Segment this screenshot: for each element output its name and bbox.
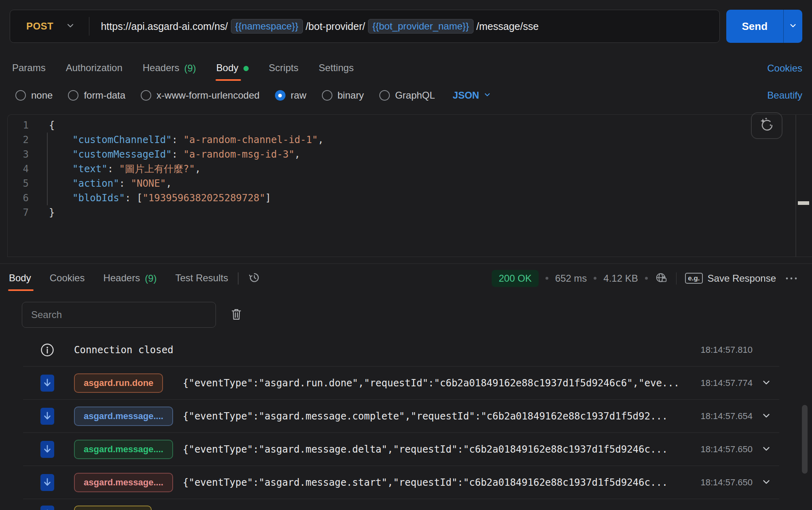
radio-label: form-data xyxy=(84,90,125,101)
response-tab-test-results[interactable]: Test Results xyxy=(175,272,228,285)
token-punct: { xyxy=(49,120,55,131)
meta-separator-dot xyxy=(594,277,596,280)
event-direction-icon xyxy=(40,441,54,458)
line-number: 1 xyxy=(8,118,29,133)
code-line[interactable]: 4"text": "圖片上有什麼?", xyxy=(8,162,788,176)
request-body-editor[interactable]: 1{2"customChannelId": "a-random-channel-… xyxy=(7,114,812,257)
token-key: "customMessageId" xyxy=(72,149,172,160)
tab-count: (9) xyxy=(184,63,196,74)
response-time[interactable]: 652 ms xyxy=(555,273,587,284)
clear-events-button[interactable] xyxy=(231,308,242,322)
code-line[interactable]: 7} xyxy=(8,205,788,220)
send-button[interactable]: Send xyxy=(726,10,802,43)
tab-count: (9) xyxy=(145,273,156,284)
radio-icon xyxy=(322,90,332,101)
download-arrow-icon xyxy=(40,506,54,510)
token-punct: } xyxy=(49,207,55,218)
event-direction-icon xyxy=(40,375,54,392)
api-client-window: POST https://api.asgard-ai.com/ns/{{name… xyxy=(0,0,812,510)
tab-label: Body xyxy=(9,272,31,285)
token-punct: : xyxy=(125,192,137,204)
response-history-button[interactable] xyxy=(248,272,260,285)
network-info-button[interactable] xyxy=(655,271,668,286)
response-tabs: BodyCookiesHeaders(9)Test Results xyxy=(9,272,228,285)
tab-label: Headers xyxy=(103,272,140,285)
url-bar: POST https://api.asgard-ai.com/ns/{{name… xyxy=(10,10,720,43)
send-options-button[interactable] xyxy=(784,10,802,43)
send-label[interactable]: Send xyxy=(726,10,783,43)
code-text: } xyxy=(49,205,55,220)
token-punct: : xyxy=(119,178,131,189)
status-badge[interactable]: 200 OK xyxy=(492,270,538,287)
save-response-button[interactable]: e.g. Save Response xyxy=(685,273,776,284)
response-tab-body[interactable]: Body xyxy=(9,272,31,285)
tab-scripts[interactable]: Scripts xyxy=(269,62,298,74)
editor-scrollbar-handle[interactable] xyxy=(798,201,809,205)
code-line[interactable]: 3"customMessageId": "a-random-msg-id-3", xyxy=(8,147,788,162)
event-row[interactable]: asgard.message....{"eventType":"asgard.m… xyxy=(0,466,812,499)
token-value: "a-random-channel-id-1" xyxy=(184,134,318,145)
language-selector[interactable]: JSON xyxy=(453,90,491,101)
code-text: "blobIds": ["1939596382025289728"] xyxy=(72,191,271,205)
body-type-form-data[interactable]: form-data xyxy=(68,90,125,101)
expand-chevron-icon[interactable] xyxy=(761,377,772,389)
radio-icon xyxy=(141,90,151,101)
line-number: 5 xyxy=(8,176,29,191)
token-key: "text" xyxy=(72,163,108,175)
response-tab-headers[interactable]: Headers(9) xyxy=(103,272,156,285)
chevron-down-icon xyxy=(789,21,797,32)
cookies-link[interactable]: Cookies xyxy=(767,63,802,74)
event-type-badge: asgard.run.done xyxy=(74,373,163,393)
more-options-button[interactable] xyxy=(785,275,797,282)
token-punct: , xyxy=(166,178,171,189)
event-payload-preview: {"eventType":"asgard.message.start","req… xyxy=(183,477,687,488)
event-timestamp: 18:14:57.650 xyxy=(701,477,753,488)
event-row[interactable]: asgard.message....{"eventType":"asgard.m… xyxy=(0,433,812,466)
code-line[interactable]: 2"customChannelId": "a-random-channel-id… xyxy=(8,133,788,147)
code-text: "customChannelId": "a-random-channel-id-… xyxy=(72,133,324,147)
code-line[interactable]: 6"blobIds": ["1939596382025289728"] xyxy=(8,191,788,205)
postbot-button[interactable] xyxy=(751,112,782,139)
body-type-binary[interactable]: binary xyxy=(322,90,364,101)
trash-icon xyxy=(231,308,242,322)
download-arrow-icon xyxy=(40,408,54,425)
code-line[interactable]: 1{ xyxy=(8,118,788,133)
meta-divider xyxy=(676,272,677,285)
event-timestamp: 18:14:57.654 xyxy=(701,411,753,421)
event-payload-preview: {"eventType":"asgard.message.complete","… xyxy=(183,411,687,422)
tab-headers[interactable]: Headers(9) xyxy=(143,62,196,74)
response-scrollbar-handle[interactable] xyxy=(802,405,808,474)
event-row[interactable]: asgard.run.done{"eventType":"asgard.run.… xyxy=(0,367,812,400)
search-input[interactable] xyxy=(22,302,216,328)
body-type-x-www-form-urlencoded[interactable]: x-www-form-urlencoded xyxy=(141,90,260,101)
event-row[interactable] xyxy=(0,499,812,510)
response-tab-cookies[interactable]: Cookies xyxy=(50,272,85,285)
tab-settings[interactable]: Settings xyxy=(319,62,354,74)
beautify-link[interactable]: Beautify xyxy=(767,90,802,101)
expand-chevron-icon[interactable] xyxy=(761,410,772,422)
code-text: { xyxy=(49,118,55,133)
token-punct: , xyxy=(318,134,324,145)
tab-body[interactable]: Body xyxy=(216,62,249,74)
url-input[interactable]: https://api.asgard-ai.com/ns/{{namespace… xyxy=(89,19,539,34)
body-type-raw[interactable]: raw xyxy=(275,90,307,101)
response-search-row xyxy=(22,302,242,328)
code-text: "action": "NONE", xyxy=(72,176,172,191)
tab-params[interactable]: Params xyxy=(12,62,46,74)
expand-chevron-icon[interactable] xyxy=(761,443,772,455)
response-size[interactable]: 4.12 KB xyxy=(603,273,638,284)
tab-authorization[interactable]: Authorization xyxy=(66,62,123,74)
body-type-none[interactable]: none xyxy=(15,90,53,101)
event-row[interactable]: asgard.message....{"eventType":"asgard.m… xyxy=(0,400,812,433)
event-row-info[interactable]: Connection closed18:14:57.810 xyxy=(0,333,812,367)
event-stream-list: Connection closed18:14:57.810asgard.run.… xyxy=(0,333,812,510)
line-number: 7 xyxy=(8,205,29,220)
radio-label: GraphQL xyxy=(395,90,435,101)
method-selector[interactable]: POST xyxy=(10,21,89,32)
expand-chevron-icon[interactable] xyxy=(761,476,772,489)
tab-label: Scripts xyxy=(269,62,298,74)
code-line[interactable]: 5"action": "NONE", xyxy=(8,176,788,191)
info-icon xyxy=(40,343,54,357)
url-template-variable: {{namespace}} xyxy=(231,19,303,34)
body-type-graphql[interactable]: GraphQL xyxy=(379,90,435,101)
